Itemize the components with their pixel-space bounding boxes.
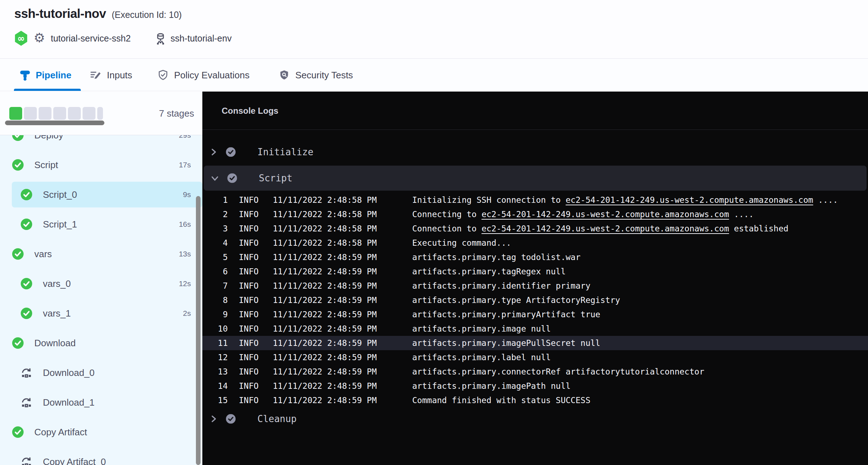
stage-row[interactable]: Download [0, 330, 202, 360]
vertical-scrollbar[interactable] [196, 196, 201, 465]
log-row[interactable]: 14INFO11/11/2022 2:48:59 PMartifacts.pri… [202, 379, 868, 393]
repeat-icon [21, 456, 32, 465]
stage-label: vars [34, 241, 52, 267]
page-title: ssh-tutorial-nov [14, 6, 106, 21]
stages-sidebar: 7 stages Deploy29sScript17sScript_09sScr… [0, 92, 202, 465]
success-icon [21, 278, 32, 289]
log-row[interactable]: 1INFO11/11/2022 2:48:58 PMInitializing S… [202, 193, 868, 207]
log-line-number: 11 [202, 336, 228, 350]
log-line-number: 8 [202, 293, 228, 307]
tab-policy-evaluations[interactable]: Policy Evaluations [157, 59, 250, 91]
pipeline-icon [20, 69, 30, 81]
log-message: artifacts.primary.image null [412, 322, 551, 336]
log-row[interactable]: 8INFO11/11/2022 2:48:59 PMartifacts.prim… [202, 293, 868, 307]
success-icon [21, 189, 32, 200]
stage-row[interactable]: Script_116s [0, 211, 202, 241]
log-row[interactable]: 2INFO11/11/2022 2:48:58 PMConnecting to … [202, 207, 868, 221]
log-row[interactable]: 4INFO11/11/2022 2:48:58 PMExecuting comm… [202, 236, 868, 250]
active-tab-underline [14, 89, 81, 91]
environment-name[interactable]: ssh-tutorial-env [171, 31, 232, 46]
log-level: INFO [239, 293, 258, 307]
repeat-icon [21, 397, 32, 408]
log-level: INFO [239, 364, 258, 379]
log-link[interactable]: ec2-54-201-142-249.us-west-2.compute.ama… [482, 224, 729, 233]
stage-row[interactable]: Copy Artifact_0 [0, 449, 202, 465]
stage-label: Download_0 [43, 360, 95, 386]
stage-row[interactable]: vars13s [0, 241, 202, 271]
log-level: INFO [239, 393, 258, 407]
log-row[interactable]: 6INFO11/11/2022 2:48:59 PMartifacts.prim… [202, 264, 868, 279]
log-level: INFO [239, 379, 258, 393]
log-row[interactable]: 7INFO11/11/2022 2:48:59 PMartifacts.prim… [202, 279, 868, 293]
stage-row[interactable]: Deploy29s [0, 135, 202, 152]
service-name[interactable]: tutorial-service-ssh2 [51, 31, 131, 46]
log-timestamp: 11/11/2022 2:48:59 PM [273, 250, 377, 264]
inputs-icon [90, 69, 102, 81]
section-cleanup[interactable]: Cleanup [202, 407, 868, 430]
log-level: INFO [239, 221, 258, 236]
stage-progress-block [53, 107, 66, 120]
log-message: Initializing SSH connection to ec2-54-20… [412, 193, 838, 207]
log-line-number: 15 [202, 393, 228, 407]
stage-progress-block [97, 107, 103, 120]
log-level: INFO [239, 250, 258, 264]
section-initialize[interactable]: Initialize [202, 141, 868, 163]
stage-row[interactable]: Copy Artifact [0, 419, 202, 449]
log-row[interactable]: 10INFO11/11/2022 2:48:59 PMartifacts.pri… [202, 322, 868, 336]
log-row[interactable]: 3INFO11/11/2022 2:48:58 PMConnection to … [202, 221, 868, 236]
log-line-number: 5 [202, 250, 228, 264]
log-line-number: 14 [202, 379, 228, 393]
log-row[interactable]: 15INFO11/11/2022 2:48:59 PMCommand finis… [202, 393, 868, 407]
success-icon [226, 147, 236, 157]
section-script[interactable]: Script [204, 166, 867, 191]
gear-icon: ⚙ [34, 30, 45, 46]
stage-list: Deploy29sScript17sScript_09sScript_116sv… [0, 135, 202, 465]
log-line-number: 7 [202, 279, 228, 293]
log-lines: 1INFO11/11/2022 2:48:58 PMInitializing S… [202, 193, 868, 407]
stage-progress-block [9, 107, 22, 120]
log-link[interactable]: ec2-54-201-142-249.us-west-2.compute.ama… [566, 195, 813, 205]
stage-row[interactable]: Script17s [0, 152, 202, 182]
log-row[interactable]: 12INFO11/11/2022 2:48:59 PMartifacts.pri… [202, 350, 868, 364]
stage-label: Script_1 [43, 211, 77, 237]
stage-row[interactable]: vars_012s [0, 271, 202, 300]
log-line-number: 3 [202, 221, 228, 236]
log-row[interactable]: 5INFO11/11/2022 2:48:59 PMartifacts.prim… [202, 250, 868, 264]
stage-row[interactable]: vars_12s [0, 300, 202, 330]
tab-bar: Pipeline Inputs Policy Evaluations Secur… [0, 59, 868, 91]
stage-label: Script_0 [43, 182, 77, 207]
horizontal-scrollbar[interactable] [5, 121, 104, 125]
meta-row: ∞ ⚙ tutorial-service-ssh2 ssh-tutorial-e… [0, 31, 868, 46]
stage-row[interactable]: Script_09s [0, 182, 202, 211]
log-level: INFO [239, 236, 258, 250]
log-message: Connecting to ec2-54-201-142-249.us-west… [412, 207, 754, 221]
log-link[interactable]: ec2-54-201-142-249.us-west-2.compute.ama… [482, 210, 729, 219]
stage-duration: 16s [179, 211, 191, 237]
stage-row[interactable]: Download_0 [0, 360, 202, 390]
log-message: Command finished with status SUCCESS [412, 393, 591, 407]
success-icon [12, 135, 24, 141]
tab-pipeline[interactable]: Pipeline [20, 59, 71, 91]
log-line-number: 12 [202, 350, 228, 364]
stage-duration: 12s [179, 271, 191, 297]
stage-label: Copy Artifact [34, 419, 87, 445]
tab-security-tests[interactable]: Security Tests [278, 59, 353, 91]
log-row[interactable]: 13INFO11/11/2022 2:48:59 PMartifacts.pri… [202, 364, 868, 379]
log-level: INFO [239, 350, 258, 364]
stage-count: 7 stages [159, 107, 194, 120]
stage-progress-block [24, 107, 37, 120]
success-icon [12, 337, 24, 349]
log-row[interactable]: 11INFO11/11/2022 2:48:59 PMartifacts.pri… [202, 336, 868, 350]
log-message: Executing command... [412, 236, 511, 250]
tab-inputs[interactable]: Inputs [90, 59, 132, 91]
stage-label: vars_1 [43, 300, 71, 326]
stage-duration: 2s [183, 300, 191, 326]
log-row[interactable]: 9INFO11/11/2022 2:48:59 PMartifacts.prim… [202, 307, 868, 322]
chevron-down-icon [210, 173, 220, 183]
stage-progress-block [39, 107, 51, 120]
log-timestamp: 11/11/2022 2:48:59 PM [273, 364, 377, 379]
log-timestamp: 11/11/2022 2:48:59 PM [273, 307, 377, 322]
log-timestamp: 11/11/2022 2:48:58 PM [273, 207, 377, 221]
log-message: artifacts.primary.imagePullSecret null [412, 336, 600, 350]
stage-row[interactable]: Download_1 [0, 390, 202, 419]
